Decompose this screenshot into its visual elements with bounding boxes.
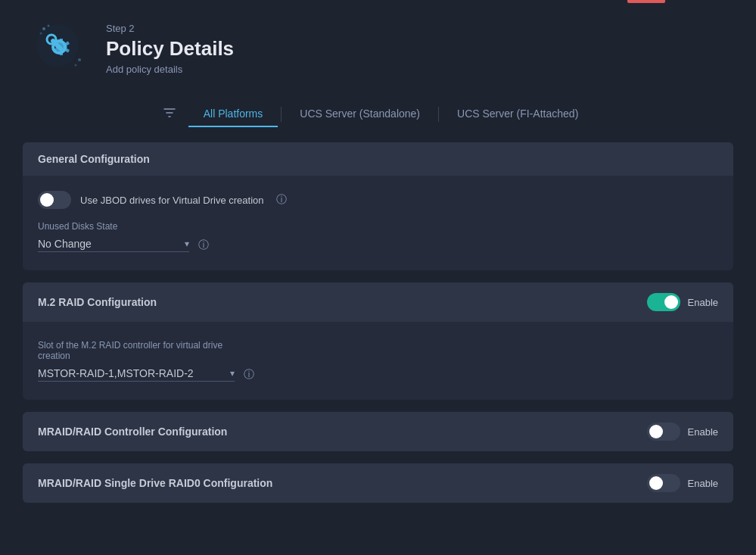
page-title: Policy Details [106, 37, 234, 61]
svg-point-4 [48, 25, 50, 27]
tab-divider-2 [438, 107, 439, 122]
mraid-single-toggle[interactable] [647, 474, 680, 492]
tab-ucs-fi-attached[interactable]: UCS Server (FI-Attached) [442, 101, 593, 127]
page-header: Step 2 Policy Details Add policy details [0, 0, 756, 94]
m2-raid-toggle[interactable] [647, 293, 680, 311]
step-label: Step 2 [106, 23, 234, 34]
general-config-section: General Configuration Use JBOD drives fo… [23, 142, 733, 270]
m2-raid-enable-row: Enable [647, 293, 718, 311]
general-config-title: General Configuration [38, 153, 150, 165]
m2-raid-toggle-circle [664, 295, 678, 309]
unused-disks-chevron: ▾ [185, 239, 189, 249]
unused-disks-label: Unused Disks State [38, 221, 718, 232]
tabs: All Platforms UCS Server (Standalone) UC… [188, 101, 594, 127]
mraid-controller-enable-row: Enable [647, 422, 718, 441]
tab-ucs-standalone[interactable]: UCS Server (Standalone) [285, 101, 435, 127]
header-text: Step 2 Policy Details Add policy details [106, 23, 234, 75]
mraid-single-header: MRAID/RAID Single Drive RAID0 Configurat… [23, 463, 733, 503]
m2-raid-title: M.2 RAID Configuration [38, 296, 157, 308]
jbod-toggle-circle [40, 193, 54, 207]
unused-disks-dropdown[interactable]: No Change ▾ [38, 238, 189, 252]
mraid-controller-toggle-circle [649, 425, 663, 438]
mraid-single-enable-row: Enable [647, 474, 718, 492]
tab-all-platforms[interactable]: All Platforms [188, 101, 278, 127]
filter-icon[interactable] [163, 106, 176, 123]
m2-raid-section: M.2 RAID Configuration Enable Slot of th… [23, 282, 733, 400]
page-subtitle: Add policy details [106, 64, 234, 75]
m2-slot-dropdown[interactable]: MSTOR-RAID-1,MSTOR-RAID-2 ▾ [38, 367, 235, 382]
general-config-body: Use JBOD drives for Virtual Drive creati… [23, 176, 733, 270]
mraid-controller-header: MRAID/RAID Controller Configuration Enab… [23, 412, 733, 451]
accent-bar [627, 0, 665, 3]
m2-slot-dropdown-wrapper: MSTOR-RAID-1,MSTOR-RAID-2 ▾ ⓘ [38, 367, 718, 382]
jbod-toggle-row: Use JBOD drives for Virtual Drive creati… [38, 191, 718, 209]
jbod-toggle[interactable] [38, 191, 71, 209]
mraid-controller-enable-label: Enable [688, 426, 718, 438]
tabs-container: All Platforms UCS Server (Standalone) UC… [0, 94, 756, 142]
unused-disks-info-icon[interactable]: ⓘ [198, 239, 209, 252]
m2-slot-value: MSTOR-RAID-1,MSTOR-RAID-2 [38, 367, 224, 379]
unused-disks-value: No Change [38, 238, 179, 250]
m2-slot-chevron: ▾ [230, 368, 235, 379]
policy-icon [30, 18, 91, 79]
mraid-controller-toggle[interactable] [647, 422, 680, 441]
m2-raid-header: M.2 RAID Configuration Enable [23, 282, 733, 322]
mraid-single-toggle-circle [649, 476, 663, 490]
m2-slot-label: Slot of the M.2 RAID controller for virt… [38, 340, 718, 361]
mraid-single-section: MRAID/RAID Single Drive RAID0 Configurat… [23, 463, 733, 503]
svg-point-5 [40, 33, 42, 35]
jbod-info-icon[interactable]: ⓘ [276, 193, 287, 207]
unused-disks-field: Unused Disks State No Change ▾ ⓘ [38, 221, 718, 252]
tab-divider-1 [281, 107, 282, 122]
m2-raid-enable-label: Enable [688, 297, 718, 308]
m2-slot-info-icon[interactable]: ⓘ [244, 368, 254, 382]
mraid-single-enable-label: Enable [688, 478, 718, 489]
mraid-controller-section: MRAID/RAID Controller Configuration Enab… [23, 412, 733, 451]
jbod-toggle-label: Use JBOD drives for Virtual Drive creati… [80, 195, 264, 206]
mraid-controller-title: MRAID/RAID Controller Configuration [38, 426, 227, 438]
general-config-header: General Configuration [23, 142, 733, 176]
m2-raid-body: Slot of the M.2 RAID controller for virt… [23, 322, 733, 400]
svg-point-6 [78, 58, 81, 61]
unused-disks-dropdown-wrapper: No Change ▾ ⓘ [38, 238, 718, 252]
m2-slot-field: Slot of the M.2 RAID controller for virt… [38, 340, 718, 382]
mraid-single-title: MRAID/RAID Single Drive RAID0 Configurat… [38, 477, 272, 489]
main-content: General Configuration Use JBOD drives fo… [0, 142, 756, 538]
svg-point-3 [42, 27, 45, 30]
svg-point-7 [75, 64, 77, 67]
